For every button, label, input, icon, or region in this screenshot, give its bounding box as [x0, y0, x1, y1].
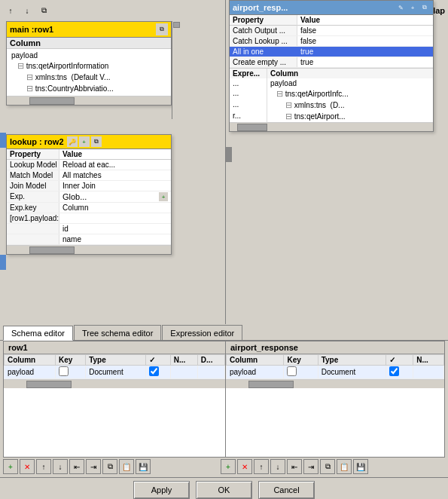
paste-left-btn[interactable]: 📋 — [119, 459, 134, 474]
cell-type: Document — [86, 366, 146, 379]
exp-add-btn[interactable]: + — [159, 192, 168, 201]
node-row: ⊟ tns:qetAirportInformation — [8, 60, 169, 72]
delete-row-left-btn[interactable]: ✕ — [20, 459, 35, 474]
action-buttons-bar: Apply OK Cancel — [0, 477, 448, 499]
checked-checkbox[interactable] — [389, 366, 399, 376]
cell-key — [55, 366, 85, 379]
cancel-button[interactable]: Cancel — [258, 481, 315, 499]
key-checkbox[interactable] — [287, 366, 297, 376]
airport-edit-btn[interactable]: ✎ — [395, 2, 406, 13]
schema-table-right: Column Key Type ✓ N... payload Document — [226, 354, 444, 379]
lookup-add-btn[interactable]: + — [79, 136, 90, 147]
schema-row[interactable]: payload Document — [227, 366, 444, 379]
up-row-right-btn[interactable]: ↑ — [254, 459, 269, 474]
schema-row[interactable]: payload Document — [5, 366, 225, 379]
cell-key — [284, 366, 318, 379]
col-header-n: N... — [413, 355, 444, 366]
scrollbar-thumb[interactable] — [29, 246, 75, 254]
col-header-type: Type — [86, 355, 146, 366]
copy-left-btn[interactable]: ⧉ — [102, 459, 117, 474]
col-header-check: ✓ — [386, 355, 413, 366]
col-header-key: Key — [55, 355, 85, 366]
cell-column: payload — [5, 366, 56, 379]
h-scrollbar-lookup[interactable] — [7, 245, 171, 254]
down-row-right-btn[interactable]: ↓ — [270, 459, 285, 474]
indent-right-btn[interactable]: ⇥ — [86, 459, 101, 474]
airport-copy-btn[interactable]: ⧉ — [419, 2, 430, 13]
lookup-copy-btn[interactable]: ⧉ — [91, 136, 102, 147]
indent-right-right-btn[interactable]: ⇥ — [303, 459, 318, 474]
main-node: main :row1 ⧉ Column payload ⊟ tns:qetAir… — [6, 21, 172, 106]
scrollbar-thumb[interactable] — [29, 97, 75, 105]
checked-checkbox[interactable] — [149, 366, 159, 376]
indent-left-btn[interactable]: ⇤ — [69, 459, 84, 474]
scrollbar-thumb[interactable] — [237, 124, 267, 131]
apply-button[interactable]: Apply — [133, 481, 190, 499]
tab-bar: Schema editor Tree schema editor Express… — [0, 324, 448, 341]
scrollbar-thumb[interactable] — [248, 381, 294, 388]
v-scrollbar-main[interactable] — [172, 21, 181, 119]
col-header-key: Key — [284, 355, 318, 366]
main-node-icon[interactable]: ⧉ — [156, 23, 168, 35]
col-header-n: N... — [170, 355, 197, 366]
ok-button[interactable]: OK — [196, 481, 252, 499]
tab-expression-editor[interactable]: Expression editor — [162, 325, 242, 340]
down-row-left-btn[interactable]: ↓ — [53, 459, 68, 474]
bottom-area: Schema editor Tree schema editor Express… — [0, 324, 448, 499]
cell-column: payload — [227, 366, 284, 379]
add-row-left-btn[interactable]: + — [3, 459, 18, 474]
left-panel: ↑ ↓ ⧉ main :row1 ⧉ Column payload ⊟ tns:… — [0, 0, 226, 324]
copy-right-btn[interactable]: ⧉ — [320, 459, 335, 474]
key-checkbox[interactable] — [59, 366, 69, 376]
h-scrollbar[interactable] — [7, 96, 171, 105]
prop-row: Join Model Inner Join — [7, 181, 171, 191]
indent-left-right-btn[interactable]: ⇤ — [287, 459, 302, 474]
airport-node-title: airport_resp... ✎ + ⧉ — [230, 1, 433, 15]
prop-row: Exp.key Column — [7, 203, 171, 213]
col-header-check: ✓ — [146, 355, 170, 366]
editor-split: row1 Column Key Type ✓ N... D... — [4, 341, 444, 457]
paste-right-btn[interactable]: 📋 — [337, 459, 352, 474]
tab-tree-schema-editor[interactable]: Tree schema editor — [74, 325, 161, 340]
left-indicator2 — [0, 255, 6, 270]
left-section-title: row1 — [4, 341, 225, 354]
airport-add-btn[interactable]: + — [407, 2, 418, 13]
lookup-key-btn[interactable]: 🔑 — [67, 136, 78, 147]
schema-left: row1 Column Key Type ✓ N... D... — [4, 341, 226, 457]
cell-type: Document — [318, 366, 386, 379]
scrollbar-thumb[interactable] — [173, 22, 180, 28]
prop-row: Catch Output ... false — [230, 26, 433, 36]
up-row-left-btn[interactable]: ↑ — [36, 459, 51, 474]
editor-content: row1 Column Key Type ✓ N... D... — [3, 341, 445, 458]
delete-row-right-btn[interactable]: ✕ — [237, 459, 252, 474]
node-row: ⊟ tns:CountryAbbrviatio... — [8, 83, 169, 94]
mapping-row: ... payload — [230, 78, 433, 88]
scrollbar-thumb[interactable] — [26, 381, 72, 388]
prop-row: Catch Lookup ... false — [230, 36, 433, 47]
col-header-d: D... — [197, 355, 224, 366]
main-node-title: main :row1 ⧉ — [7, 22, 171, 38]
up-button[interactable]: ↑ — [3, 3, 18, 18]
main-node-content: payload ⊟ tns:qetAirportInformation ⊟ xm… — [7, 49, 171, 96]
left-schema-toolbar: + ✕ ↑ ↓ ⇤ ⇥ ⧉ 📋 💾 — [3, 459, 218, 476]
h-scrollbar-right[interactable] — [230, 122, 433, 131]
lookup-table-header: Property Value — [7, 149, 171, 160]
left-canvas: main :row1 ⧉ Column payload ⊟ tns:qetAir… — [0, 21, 217, 315]
right-connector — [226, 147, 232, 162]
copy-button[interactable]: ⧉ — [36, 3, 51, 18]
down-button[interactable]: ↓ — [20, 3, 35, 18]
lookup-title: lookup : row2 🔑 + ⧉ — [7, 135, 171, 149]
add-row-right-btn[interactable]: + — [221, 459, 236, 474]
save-right-btn[interactable]: 💾 — [353, 459, 368, 474]
h-scrollbar-schema-right[interactable] — [226, 379, 444, 388]
prop-header: Property Value — [230, 15, 433, 26]
right-schema-toolbar: + ✕ ↑ ↓ ⇤ ⇥ ⧉ 📋 💾 — [221, 459, 435, 476]
col-header-column: Column — [227, 355, 284, 366]
save-left-btn[interactable]: 💾 — [136, 459, 151, 474]
node-row: payload — [8, 51, 169, 60]
h-scrollbar-schema-left[interactable] — [4, 379, 225, 388]
mapping-row: ... ⊟ tns:qetAirportInfc... — [230, 88, 433, 99]
airport-node: airport_resp... ✎ + ⧉ Property Value Cat… — [229, 0, 434, 132]
tab-schema-editor[interactable]: Schema editor — [3, 326, 73, 341]
left-indicator — [0, 133, 6, 148]
